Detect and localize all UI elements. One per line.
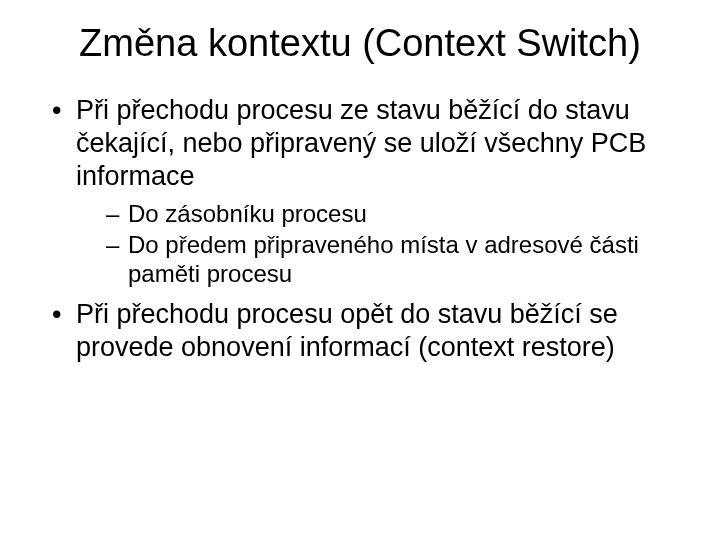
bullet-list: Při přechodu procesu ze stavu běžící do … xyxy=(40,94,680,364)
bullet-text: Při přechodu procesu ze stavu běžící do … xyxy=(76,95,646,191)
bullet-text: Do zásobníku procesu xyxy=(128,200,367,227)
slide-title: Změna kontextu (Context Switch) xyxy=(40,22,680,66)
list-item: Do předem připraveného místa v adresové … xyxy=(106,230,680,289)
list-item: Do zásobníku procesu xyxy=(106,199,680,228)
bullet-text: Do předem připraveného místa v adresové … xyxy=(128,231,639,287)
list-item: Při přechodu procesu opět do stavu běžíc… xyxy=(50,298,680,364)
sub-bullet-list: Do zásobníku procesu Do předem připraven… xyxy=(76,199,680,289)
list-item: Při přechodu procesu ze stavu běžící do … xyxy=(50,94,680,289)
slide: Změna kontextu (Context Switch) Při přec… xyxy=(0,0,720,540)
bullet-text: Při přechodu procesu opět do stavu běžíc… xyxy=(76,299,618,362)
